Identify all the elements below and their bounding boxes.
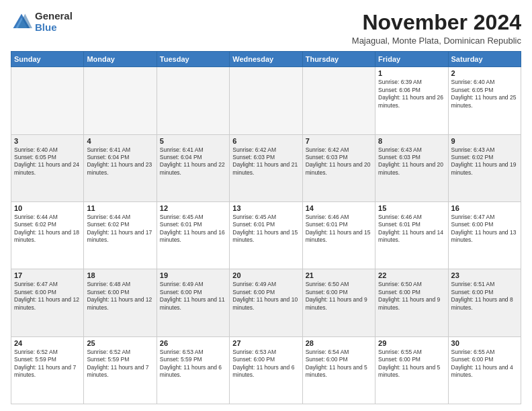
day-number: 9 [451, 137, 518, 145]
table-row: 19Sunrise: 6:49 AM Sunset: 6:00 PM Dayli… [157, 269, 229, 336]
day-number: 26 [160, 339, 226, 347]
day-number: 14 [306, 204, 372, 212]
day-info: Sunrise: 6:53 AM Sunset: 6:00 PM Dayligh… [232, 349, 299, 379]
day-number: 13 [232, 204, 299, 212]
logo-general-text: General [35, 11, 73, 22]
table-row: 8Sunrise: 6:43 AM Sunset: 6:03 PM Daylig… [375, 134, 448, 201]
col-sunday: Sunday [11, 52, 84, 67]
table-row: 27Sunrise: 6:53 AM Sunset: 6:00 PM Dayli… [230, 336, 302, 404]
col-tuesday: Tuesday [157, 52, 229, 67]
table-row [302, 67, 375, 134]
day-info: Sunrise: 6:41 AM Sunset: 6:04 PM Dayligh… [87, 146, 153, 177]
table-row: 22Sunrise: 6:50 AM Sunset: 6:00 PM Dayli… [375, 269, 448, 336]
day-number: 3 [14, 137, 81, 145]
table-row: 2Sunrise: 6:40 AM Sunset: 6:05 PM Daylig… [448, 67, 521, 134]
logo: General Blue [11, 11, 73, 33]
day-info: Sunrise: 6:44 AM Sunset: 6:02 PM Dayligh… [14, 214, 81, 244]
table-row [84, 67, 157, 134]
day-number: 1 [378, 69, 445, 77]
day-info: Sunrise: 6:40 AM Sunset: 6:05 PM Dayligh… [451, 79, 518, 109]
day-number: 11 [87, 204, 153, 212]
col-saturday: Saturday [448, 52, 521, 67]
table-row: 25Sunrise: 6:52 AM Sunset: 5:59 PM Dayli… [84, 336, 157, 404]
day-number: 18 [87, 271, 153, 279]
day-info: Sunrise: 6:50 AM Sunset: 6:00 PM Dayligh… [306, 281, 372, 312]
day-number: 19 [160, 271, 226, 279]
week-row-3: 10Sunrise: 6:44 AM Sunset: 6:02 PM Dayli… [11, 201, 521, 269]
table-row: 4Sunrise: 6:41 AM Sunset: 6:04 PM Daylig… [84, 134, 157, 201]
table-row [230, 67, 302, 134]
page: General Blue November 2024 Majagual, Mon… [0, 0, 532, 411]
table-row: 16Sunrise: 6:47 AM Sunset: 6:00 PM Dayli… [448, 201, 521, 269]
table-row: 17Sunrise: 6:47 AM Sunset: 6:00 PM Dayli… [11, 269, 84, 336]
day-info: Sunrise: 6:46 AM Sunset: 6:01 PM Dayligh… [378, 214, 445, 244]
logo-text: General Blue [35, 11, 73, 33]
day-info: Sunrise: 6:52 AM Sunset: 5:59 PM Dayligh… [14, 349, 81, 379]
table-row: 26Sunrise: 6:53 AM Sunset: 5:59 PM Dayli… [157, 336, 229, 404]
table-row: 14Sunrise: 6:46 AM Sunset: 6:01 PM Dayli… [302, 201, 375, 269]
table-row [11, 67, 84, 134]
calendar-table: Sunday Monday Tuesday Wednesday Thursday… [11, 51, 521, 404]
table-row [157, 67, 229, 134]
col-friday: Friday [375, 52, 448, 67]
day-info: Sunrise: 6:42 AM Sunset: 6:03 PM Dayligh… [232, 146, 299, 177]
table-row: 18Sunrise: 6:48 AM Sunset: 6:00 PM Dayli… [84, 269, 157, 336]
day-number: 5 [160, 137, 226, 145]
day-info: Sunrise: 6:50 AM Sunset: 6:00 PM Dayligh… [378, 281, 445, 312]
location: Majagual, Monte Plata, Dominican Republi… [352, 36, 521, 46]
table-row: 6Sunrise: 6:42 AM Sunset: 6:03 PM Daylig… [230, 134, 302, 201]
week-row-4: 17Sunrise: 6:47 AM Sunset: 6:00 PM Dayli… [11, 269, 521, 336]
day-info: Sunrise: 6:49 AM Sunset: 6:00 PM Dayligh… [160, 281, 226, 312]
day-info: Sunrise: 6:48 AM Sunset: 6:00 PM Dayligh… [87, 281, 153, 312]
day-info: Sunrise: 6:43 AM Sunset: 6:02 PM Dayligh… [451, 146, 518, 177]
day-info: Sunrise: 6:53 AM Sunset: 5:59 PM Dayligh… [160, 349, 226, 379]
table-row: 30Sunrise: 6:55 AM Sunset: 6:00 PM Dayli… [448, 336, 521, 404]
day-info: Sunrise: 6:49 AM Sunset: 6:00 PM Dayligh… [232, 281, 299, 312]
week-row-1: 1Sunrise: 6:39 AM Sunset: 6:06 PM Daylig… [11, 67, 521, 134]
calendar-header-row: Sunday Monday Tuesday Wednesday Thursday… [11, 52, 521, 67]
day-info: Sunrise: 6:46 AM Sunset: 6:01 PM Dayligh… [306, 214, 372, 244]
table-row: 23Sunrise: 6:51 AM Sunset: 6:00 PM Dayli… [448, 269, 521, 336]
day-number: 15 [378, 204, 445, 212]
day-info: Sunrise: 6:54 AM Sunset: 6:00 PM Dayligh… [306, 349, 372, 379]
table-row: 1Sunrise: 6:39 AM Sunset: 6:06 PM Daylig… [375, 67, 448, 134]
table-row: 3Sunrise: 6:40 AM Sunset: 6:05 PM Daylig… [11, 134, 84, 201]
day-number: 20 [232, 271, 299, 279]
day-info: Sunrise: 6:42 AM Sunset: 6:03 PM Dayligh… [306, 146, 372, 177]
day-number: 16 [451, 204, 518, 212]
logo-blue-text: Blue [35, 22, 73, 34]
table-row: 11Sunrise: 6:44 AM Sunset: 6:02 PM Dayli… [84, 201, 157, 269]
day-number: 23 [451, 271, 518, 279]
day-info: Sunrise: 6:55 AM Sunset: 6:00 PM Dayligh… [378, 349, 445, 379]
day-number: 29 [378, 339, 445, 347]
day-number: 12 [160, 204, 226, 212]
day-info: Sunrise: 6:41 AM Sunset: 6:04 PM Dayligh… [160, 146, 226, 177]
table-row: 20Sunrise: 6:49 AM Sunset: 6:00 PM Dayli… [230, 269, 302, 336]
day-info: Sunrise: 6:47 AM Sunset: 6:00 PM Dayligh… [451, 214, 518, 244]
day-number: 28 [306, 339, 372, 347]
table-row: 7Sunrise: 6:42 AM Sunset: 6:03 PM Daylig… [302, 134, 375, 201]
day-number: 17 [14, 271, 81, 279]
title-block: November 2024 Majagual, Monte Plata, Dom… [352, 11, 521, 46]
table-row: 5Sunrise: 6:41 AM Sunset: 6:04 PM Daylig… [157, 134, 229, 201]
day-info: Sunrise: 6:47 AM Sunset: 6:00 PM Dayligh… [14, 281, 81, 312]
day-number: 25 [87, 339, 153, 347]
day-number: 21 [306, 271, 372, 279]
week-row-2: 3Sunrise: 6:40 AM Sunset: 6:05 PM Daylig… [11, 134, 521, 201]
table-row: 29Sunrise: 6:55 AM Sunset: 6:00 PM Dayli… [375, 336, 448, 404]
week-row-5: 24Sunrise: 6:52 AM Sunset: 5:59 PM Dayli… [11, 336, 521, 404]
day-number: 6 [232, 137, 299, 145]
header: General Blue November 2024 Majagual, Mon… [11, 11, 521, 46]
day-number: 27 [232, 339, 299, 347]
table-row: 12Sunrise: 6:45 AM Sunset: 6:01 PM Dayli… [157, 201, 229, 269]
day-number: 24 [14, 339, 81, 347]
day-info: Sunrise: 6:51 AM Sunset: 6:00 PM Dayligh… [451, 281, 518, 312]
day-info: Sunrise: 6:52 AM Sunset: 5:59 PM Dayligh… [87, 349, 153, 379]
day-info: Sunrise: 6:45 AM Sunset: 6:01 PM Dayligh… [232, 214, 299, 244]
day-info: Sunrise: 6:55 AM Sunset: 6:00 PM Dayligh… [451, 349, 518, 379]
table-row: 10Sunrise: 6:44 AM Sunset: 6:02 PM Dayli… [11, 201, 84, 269]
day-number: 8 [378, 137, 445, 145]
col-thursday: Thursday [302, 52, 375, 67]
day-number: 7 [306, 137, 372, 145]
day-info: Sunrise: 6:45 AM Sunset: 6:01 PM Dayligh… [160, 214, 226, 244]
